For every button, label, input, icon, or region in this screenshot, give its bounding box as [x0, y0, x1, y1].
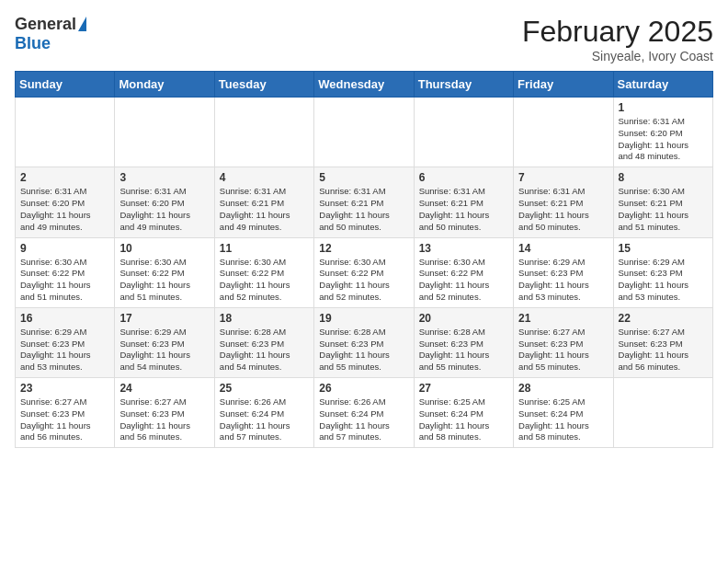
- day-info: Sunrise: 6:27 AM Sunset: 6:23 PM Dayligh…: [619, 327, 708, 373]
- day-number: 28: [518, 382, 608, 395]
- day-info: Sunrise: 6:25 AM Sunset: 6:24 PM Dayligh…: [518, 396, 608, 443]
- day-number: 13: [419, 242, 508, 255]
- calendar-cell: 25Sunrise: 6:26 AM Sunset: 6:24 PM Dayli…: [214, 378, 313, 448]
- day-info: Sunrise: 6:30 AM Sunset: 6:21 PM Dayligh…: [619, 186, 708, 233]
- logo: General Blue: [15, 15, 86, 53]
- calendar-cell: 2Sunrise: 6:31 AM Sunset: 6:20 PM Daylig…: [16, 167, 115, 237]
- day-info: Sunrise: 6:31 AM Sunset: 6:20 PM Dayligh…: [619, 116, 708, 163]
- day-info: Sunrise: 6:29 AM Sunset: 6:23 PM Dayligh…: [518, 257, 608, 304]
- day-number: 7: [518, 171, 608, 184]
- day-header-saturday: Saturday: [613, 72, 712, 98]
- day-info: Sunrise: 6:30 AM Sunset: 6:22 PM Dayligh…: [419, 257, 508, 304]
- calendar-cell: [314, 98, 414, 167]
- calendar-cell: [115, 98, 214, 167]
- day-info: Sunrise: 6:28 AM Sunset: 6:23 PM Dayligh…: [319, 327, 408, 373]
- calendar-cell: 3Sunrise: 6:31 AM Sunset: 6:20 PM Daylig…: [115, 167, 214, 237]
- day-info: Sunrise: 6:29 AM Sunset: 6:23 PM Dayligh…: [20, 327, 109, 373]
- day-number: 6: [419, 171, 508, 184]
- day-info: Sunrise: 6:31 AM Sunset: 6:21 PM Dayligh…: [518, 186, 608, 233]
- logo-general-text: General: [15, 15, 76, 34]
- day-header-sunday: Sunday: [16, 72, 115, 98]
- day-info: Sunrise: 6:27 AM Sunset: 6:23 PM Dayligh…: [518, 327, 608, 373]
- calendar-cell: [514, 98, 613, 167]
- calendar-week-row: 2Sunrise: 6:31 AM Sunset: 6:20 PM Daylig…: [16, 167, 713, 237]
- calendar-cell: 5Sunrise: 6:31 AM Sunset: 6:21 PM Daylig…: [314, 167, 414, 237]
- day-number: 1: [619, 101, 708, 114]
- calendar-cell: 24Sunrise: 6:27 AM Sunset: 6:23 PM Dayli…: [115, 378, 214, 448]
- calendar-cell: 15Sunrise: 6:29 AM Sunset: 6:23 PM Dayli…: [613, 237, 712, 307]
- day-info: Sunrise: 6:30 AM Sunset: 6:22 PM Dayligh…: [220, 257, 309, 304]
- calendar-cell: 17Sunrise: 6:29 AM Sunset: 6:23 PM Dayli…: [115, 307, 214, 377]
- calendar-cell: 8Sunrise: 6:30 AM Sunset: 6:21 PM Daylig…: [613, 167, 712, 237]
- month-title: February 2025: [522, 15, 713, 49]
- calendar-cell: 14Sunrise: 6:29 AM Sunset: 6:23 PM Dayli…: [514, 237, 613, 307]
- day-info: Sunrise: 6:31 AM Sunset: 6:20 PM Dayligh…: [119, 186, 209, 233]
- calendar-cell: [613, 378, 712, 448]
- day-info: Sunrise: 6:31 AM Sunset: 6:21 PM Dayligh…: [220, 186, 309, 233]
- calendar-cell: 26Sunrise: 6:26 AM Sunset: 6:24 PM Dayli…: [314, 378, 414, 448]
- day-info: Sunrise: 6:30 AM Sunset: 6:22 PM Dayligh…: [119, 257, 209, 304]
- day-number: 12: [319, 242, 408, 255]
- day-info: Sunrise: 6:27 AM Sunset: 6:23 PM Dayligh…: [119, 396, 209, 443]
- day-number: 15: [619, 242, 708, 255]
- day-number: 17: [119, 312, 209, 325]
- logo-blue-text: Blue: [15, 34, 51, 53]
- day-info: Sunrise: 6:29 AM Sunset: 6:23 PM Dayligh…: [619, 257, 708, 304]
- day-number: 14: [518, 242, 608, 255]
- calendar-cell: 6Sunrise: 6:31 AM Sunset: 6:21 PM Daylig…: [414, 167, 513, 237]
- calendar-cell: [214, 98, 313, 167]
- calendar-cell: 19Sunrise: 6:28 AM Sunset: 6:23 PM Dayli…: [314, 307, 414, 377]
- calendar-cell: [414, 98, 513, 167]
- day-number: 16: [20, 312, 109, 325]
- title-area: February 2025 Sinyeale, Ivory Coast: [522, 15, 713, 63]
- day-number: 4: [220, 171, 309, 184]
- day-number: 21: [518, 312, 608, 325]
- calendar-week-row: 9Sunrise: 6:30 AM Sunset: 6:22 PM Daylig…: [16, 237, 713, 307]
- calendar-week-row: 16Sunrise: 6:29 AM Sunset: 6:23 PM Dayli…: [16, 307, 713, 377]
- calendar-cell: 18Sunrise: 6:28 AM Sunset: 6:23 PM Dayli…: [214, 307, 313, 377]
- day-header-wednesday: Wednesday: [314, 72, 414, 98]
- day-number: 26: [319, 382, 408, 395]
- day-number: 19: [319, 312, 408, 325]
- day-number: 5: [319, 171, 408, 184]
- calendar-week-row: 23Sunrise: 6:27 AM Sunset: 6:23 PM Dayli…: [16, 378, 713, 448]
- day-number: 9: [20, 242, 109, 255]
- calendar-cell: 1Sunrise: 6:31 AM Sunset: 6:20 PM Daylig…: [613, 98, 712, 167]
- calendar-cell: 27Sunrise: 6:25 AM Sunset: 6:24 PM Dayli…: [414, 378, 513, 448]
- day-info: Sunrise: 6:30 AM Sunset: 6:22 PM Dayligh…: [319, 257, 408, 304]
- day-number: 11: [220, 242, 309, 255]
- calendar-cell: 21Sunrise: 6:27 AM Sunset: 6:23 PM Dayli…: [514, 307, 613, 377]
- header: General Blue February 2025 Sinyeale, Ivo…: [15, 15, 713, 63]
- calendar-cell: 16Sunrise: 6:29 AM Sunset: 6:23 PM Dayli…: [16, 307, 115, 377]
- day-number: 2: [20, 171, 109, 184]
- calendar-cell: 22Sunrise: 6:27 AM Sunset: 6:23 PM Dayli…: [613, 307, 712, 377]
- day-number: 20: [419, 312, 508, 325]
- day-header-monday: Monday: [115, 72, 214, 98]
- day-info: Sunrise: 6:25 AM Sunset: 6:24 PM Dayligh…: [419, 396, 508, 443]
- day-info: Sunrise: 6:28 AM Sunset: 6:23 PM Dayligh…: [220, 327, 309, 373]
- calendar-cell: 12Sunrise: 6:30 AM Sunset: 6:22 PM Dayli…: [314, 237, 414, 307]
- calendar-cell: 28Sunrise: 6:25 AM Sunset: 6:24 PM Dayli…: [514, 378, 613, 448]
- calendar-cell: 7Sunrise: 6:31 AM Sunset: 6:21 PM Daylig…: [514, 167, 613, 237]
- calendar-cell: 10Sunrise: 6:30 AM Sunset: 6:22 PM Dayli…: [115, 237, 214, 307]
- day-info: Sunrise: 6:31 AM Sunset: 6:21 PM Dayligh…: [419, 186, 508, 233]
- day-number: 8: [619, 171, 708, 184]
- day-info: Sunrise: 6:26 AM Sunset: 6:24 PM Dayligh…: [319, 396, 408, 443]
- day-number: 27: [419, 382, 508, 395]
- calendar-cell: 13Sunrise: 6:30 AM Sunset: 6:22 PM Dayli…: [414, 237, 513, 307]
- day-number: 25: [220, 382, 309, 395]
- location-subtitle: Sinyeale, Ivory Coast: [522, 49, 713, 63]
- calendar-cell: [16, 98, 115, 167]
- day-info: Sunrise: 6:28 AM Sunset: 6:23 PM Dayligh…: [419, 327, 508, 373]
- logo-triangle-icon: [78, 17, 86, 31]
- day-number: 22: [619, 312, 708, 325]
- day-number: 10: [119, 242, 209, 255]
- calendar-cell: 4Sunrise: 6:31 AM Sunset: 6:21 PM Daylig…: [214, 167, 313, 237]
- day-number: 23: [20, 382, 109, 395]
- day-info: Sunrise: 6:26 AM Sunset: 6:24 PM Dayligh…: [220, 396, 309, 443]
- day-number: 24: [119, 382, 209, 395]
- calendar-cell: 23Sunrise: 6:27 AM Sunset: 6:23 PM Dayli…: [16, 378, 115, 448]
- day-info: Sunrise: 6:31 AM Sunset: 6:20 PM Dayligh…: [20, 186, 109, 233]
- day-info: Sunrise: 6:27 AM Sunset: 6:23 PM Dayligh…: [20, 396, 109, 443]
- day-info: Sunrise: 6:30 AM Sunset: 6:22 PM Dayligh…: [20, 257, 109, 304]
